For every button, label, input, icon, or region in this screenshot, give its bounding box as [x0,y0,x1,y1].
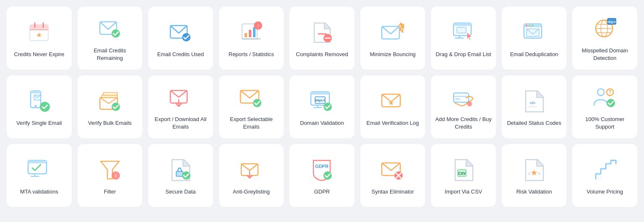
svg-text:★: ★ [537,170,542,177]
email-deduplication-icon [521,19,548,46]
svg-text:★: ★ [388,99,394,106]
mta-validations-icon [26,156,52,183]
mta-validations-label: MTA validations [20,188,58,196]
feature-card-verify-single-email[interactable]: Verify Single Email [7,75,72,138]
syntax-eliminator-label: Syntax Eliminator [371,188,414,196]
svg-text:CSV: CSV [458,171,466,176]
drag-drop-email-list-label: Drag & Drop Email List [435,51,491,58]
risk-validation-icon: ★ ★ ★ [521,156,548,183]
svg-rect-65 [455,98,460,100]
email-verification-log-icon: ★ [379,88,406,114]
export-selectable-label: Export Selectable Emails [223,116,280,131]
verify-bulk-emails-icon [96,88,123,114]
detailed-status-codes-icon: </> [521,88,548,114]
svg-point-45 [40,102,50,112]
feature-card-secure-data[interactable]: Secure Data [148,144,213,207]
volume-pricing-icon [592,156,618,183]
svg-rect-27 [457,27,466,33]
feature-card-gdpr[interactable]: GDPR GDPR [289,144,355,207]
secure-data-label: Secure Data [165,188,196,196]
syntax-eliminator-icon [379,156,406,183]
feature-card-export-selectable[interactable]: Export Selectable Emails [219,75,284,138]
email-credits-remaining-icon [96,15,123,42]
email-deduplication-label: Email Deduplication [510,51,558,58]
svg-text:GDPR: GDPR [315,164,329,169]
feature-card-domain-validation[interactable]: https:// Domain Validation [289,75,355,138]
feature-card-email-deduplication[interactable]: Email Deduplication [502,7,567,70]
add-more-credits-icon [450,84,477,111]
feature-card-verify-bulk-emails[interactable]: Verify Bulk Emails [78,75,143,138]
svg-rect-24 [454,23,471,26]
feature-card-anti-greylisting[interactable]: Anti-Greylisting [219,144,284,207]
customer-support-label: 100% Customer Support [576,116,633,131]
import-via-csv-icon: CSV [450,156,477,183]
feature-card-misspelled-domain[interactable]: http:// Misspelled Domain Detection [572,7,637,70]
svg-rect-80 [176,171,183,176]
email-credits-remaining-label: Email Credits Remaining [82,47,138,62]
feature-card-minimize-bouncing[interactable]: Minimize Bouncing [360,7,425,70]
verify-single-email-icon [26,88,52,114]
feature-card-drag-drop-email-list[interactable]: Drag & Drop Email List [431,7,496,70]
feature-card-email-credits-remaining[interactable]: Email Credits Remaining [78,7,143,70]
svg-rect-12 [245,33,247,37]
svg-rect-55 [311,92,329,95]
credits-never-expire-icon: ★ [26,19,52,46]
svg-text:?: ? [608,89,611,95]
feature-card-import-via-csv[interactable]: CSV Import Via CSV [431,144,496,207]
reports-statistics-label: Reports / Statistics [229,51,274,58]
gdpr-icon: GDPR [308,156,335,183]
complaints-removed-icon [308,19,335,46]
feature-card-customer-support[interactable]: ? 100% Customer Support [572,75,637,138]
feature-grid: ★ Credits Never Expire Email Credits Rem… [7,7,637,207]
feature-card-syntax-eliminator[interactable]: Syntax Eliminator [360,144,425,207]
minimize-bouncing-icon [379,19,406,46]
svg-rect-42 [31,91,41,93]
reports-statistics-icon: ↑ [238,19,265,46]
feature-card-detailed-status-codes[interactable]: </> Detailed Status Codes [502,75,567,138]
svg-point-32 [532,25,533,26]
svg-point-69 [597,89,604,96]
verify-bulk-emails-label: Verify Bulk Emails [88,119,132,127]
svg-rect-3 [30,28,48,30]
volume-pricing-label: Volume Pricing [587,188,623,196]
svg-point-30 [526,25,527,26]
svg-point-66 [467,101,472,106]
feature-card-volume-pricing[interactable]: Volume Pricing [572,144,637,207]
domain-validation-icon: https:// [308,88,335,114]
feature-card-filter[interactable]: i Filter [78,144,143,207]
verify-single-email-label: Verify Single Email [16,119,62,127]
feature-card-mta-validations[interactable]: MTA validations [7,144,72,207]
anti-greylisting-label: Anti-Greylisting [233,188,270,196]
risk-validation-label: Risk Validation [516,188,552,196]
svg-text:https://: https:// [315,99,325,102]
svg-rect-14 [253,27,256,37]
import-via-csv-label: Import Via CSV [445,188,482,196]
anti-greylisting-icon [238,156,265,183]
feature-card-export-download-all[interactable]: Export / Download All Emails [148,75,213,138]
misspelled-domain-label: Misspelled Domain Detection [576,47,633,62]
feature-card-reports-statistics[interactable]: ↑ Reports / Statistics [219,7,284,70]
secure-data-icon [167,156,194,183]
svg-text:http://: http:// [607,21,615,24]
svg-point-43 [35,105,37,107]
feature-card-credits-never-expire[interactable]: ★ Credits Never Expire [7,7,72,70]
feature-card-add-more-credits[interactable]: Add More Credits / Buy Credits [431,75,496,138]
feature-card-complaints-removed[interactable]: Complaints Removed [289,7,355,70]
feature-card-email-verification-log[interactable]: ★ Email Verification Log [360,75,425,138]
svg-text:</>: </> [530,101,535,105]
email-credits-used-icon [167,19,194,46]
svg-text:i: i [115,173,116,178]
export-download-all-icon [167,84,194,111]
detailed-status-codes-label: Detailed Status Codes [507,119,561,127]
feature-card-risk-validation[interactable]: ★ ★ ★ Risk Validation [502,144,567,207]
svg-rect-74 [28,160,47,163]
email-credits-used-label: Email Credits Used [157,51,204,58]
customer-support-icon: ? [592,84,618,111]
credits-never-expire-label: Credits Never Expire [14,51,64,58]
svg-rect-47 [102,95,117,98]
filter-label: Filter [104,188,116,196]
feature-card-email-credits-used[interactable]: Email Credits Used [148,7,213,70]
add-more-credits-label: Add More Credits / Buy Credits [435,116,492,131]
svg-rect-13 [249,30,251,37]
svg-text:★: ★ [527,170,532,177]
